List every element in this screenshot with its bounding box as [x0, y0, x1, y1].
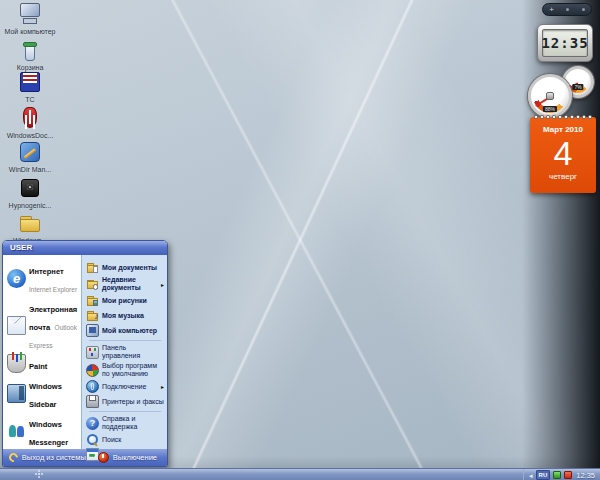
control-panel-icon [86, 346, 99, 359]
menu-item-label: Выбор программ по умолчанию [102, 362, 164, 378]
language-indicator[interactable]: RU [536, 470, 551, 480]
gauge-large: 88% [528, 74, 572, 118]
menu-item-connect-to[interactable]: Подключение ▸ [85, 379, 165, 394]
cpu-meter-gadget[interactable]: 7% 88% [526, 66, 596, 118]
folder-icon [18, 211, 42, 235]
outlook-express-icon [7, 316, 26, 335]
sidebar-control[interactable]: + [542, 3, 592, 16]
menu-item-title: Windows Messenger [29, 420, 68, 447]
submenu-arrow-icon: ▸ [161, 281, 164, 288]
my-computer-icon [86, 324, 99, 337]
menu-item-my-documents[interactable]: Мои документы [85, 260, 165, 275]
calendar-weekday: четверг [530, 172, 596, 181]
search-icon [86, 433, 99, 446]
sidebar-dot-icon [582, 8, 585, 11]
menu-item-label: Подключение [102, 383, 146, 391]
start-menu: USER Интернет Internet Explorer Электрон… [2, 240, 168, 467]
menu-item-label: Мои документы [102, 264, 157, 272]
gauge-hub [546, 92, 554, 100]
menu-item-label: Панель управления [102, 344, 164, 360]
menu-separator [89, 411, 161, 412]
gauge-large-value: 88% [543, 106, 557, 112]
connect-to-icon [86, 380, 99, 393]
menu-item-my-music[interactable]: ♪ Моя музыка [85, 308, 165, 323]
menu-item-windows-messenger[interactable]: Windows Messenger [6, 412, 79, 450]
desktop-icon-my-computer[interactable]: Мой компьютер [2, 2, 58, 36]
menu-item-help-support[interactable]: Справка и поддержка [85, 414, 165, 432]
log-off-icon [7, 451, 20, 464]
taskbar[interactable]: ◂ RU 12:35 [0, 468, 600, 480]
menu-separator [89, 340, 161, 341]
calendar-gadget[interactable]: Март 2010 4 четверг [530, 117, 596, 193]
paint-icon [7, 354, 26, 373]
my-computer-icon [18, 2, 42, 26]
tray-icon-antivirus[interactable] [553, 471, 561, 479]
desktop-icon-windir-manager[interactable]: WinDir Man... [2, 140, 58, 174]
menu-item-paint[interactable]: Paint [6, 353, 79, 374]
printer-icon [86, 395, 99, 408]
calendar-month: Март 2010 [530, 125, 596, 134]
shut-down-button[interactable]: Выключение [98, 452, 157, 463]
log-off-label: Выход из системы [22, 453, 86, 462]
black-device-icon [18, 176, 42, 200]
desktop-icon-label: WindowsDoc... [2, 132, 58, 140]
quick-launch-icon[interactable] [36, 471, 43, 478]
run-icon [86, 448, 99, 461]
taskbar-clock[interactable]: 12:35 [575, 471, 598, 480]
log-off-button[interactable]: Выход из системы [9, 453, 86, 462]
menu-item-title: Windows Sidebar [29, 382, 62, 409]
start-menu-footer: Выход из системы Выключение [3, 449, 167, 466]
power-icon [98, 452, 109, 463]
menu-item-printers-faxes[interactable]: Принтеры и факсы [85, 394, 165, 409]
menu-item-label: Справка и поддержка [102, 415, 164, 431]
desktop-icon-hypnogenic[interactable]: Hypnogenic... [2, 176, 58, 210]
start-menu-body: Интернет Internet Explorer Электронная п… [3, 255, 167, 449]
menu-item-control-panel[interactable]: Панель управления [85, 343, 165, 361]
menu-item-my-pictures[interactable]: Мои рисунки [85, 293, 165, 308]
red-shield-icon [18, 106, 42, 130]
desktop-icon-windows-doctor[interactable]: WindowsDoc... [2, 106, 58, 140]
my-music-icon: ♪ [86, 309, 99, 322]
default-programs-icon [86, 364, 99, 377]
desktop-icon-total-commander[interactable]: TC [2, 70, 58, 104]
menu-item-search[interactable]: Поиск [85, 432, 165, 447]
help-icon [86, 417, 99, 430]
system-tray: ◂ RU 12:35 [523, 469, 598, 480]
gauge-small-value: 7% [572, 84, 583, 90]
desktop-wallpaper: + 12:35 7% 88% Март 2010 4 четверг Мой к… [0, 0, 600, 480]
recent-documents-icon [86, 278, 99, 291]
menu-item-label: Поиск [102, 436, 121, 444]
desktop-icon-recycle-bin[interactable]: Корзина [2, 38, 58, 72]
wrench-tool-icon [18, 140, 42, 164]
desktop-icon-label: Мой компьютер [2, 28, 58, 36]
menu-item-internet[interactable]: Интернет Internet Explorer [6, 259, 79, 297]
menu-item-label: Моя музыка [102, 312, 144, 320]
menu-item-title: Интернет [29, 267, 64, 276]
menu-item-email[interactable]: Электронная почта Outlook Express [6, 297, 79, 353]
menu-item-my-computer[interactable]: Мой компьютер [85, 323, 165, 338]
shut-down-label: Выключение [113, 453, 157, 462]
menu-item-windows-sidebar[interactable]: Windows Sidebar [6, 374, 79, 412]
desktop-icon-label: TC [2, 96, 58, 104]
my-pictures-icon [86, 294, 99, 307]
menu-item-label: Мой компьютер [102, 327, 157, 335]
desktop-icon-label: WinDir Man... [2, 166, 58, 174]
sidebar-dot-icon [566, 8, 569, 11]
menu-item-subtitle: Internet Explorer [29, 286, 77, 293]
clock-display: 12:35 [542, 29, 588, 57]
calendar-spiral-binding [533, 114, 593, 120]
recycle-bin-icon [18, 38, 42, 62]
floppy-disk-icon [18, 70, 42, 94]
start-menu-places-column: Мои документы Недавние документы ▸ Мои р… [81, 255, 167, 449]
menu-item-default-programs[interactable]: Выбор программ по умолчанию [85, 361, 165, 379]
add-gadget-icon[interactable]: + [549, 6, 554, 14]
start-menu-user-banner: USER [3, 241, 167, 255]
menu-item-label: Недавние документы [102, 276, 158, 292]
menu-item-label: Мои рисунки [102, 297, 147, 305]
menu-item-recent-documents[interactable]: Недавние документы ▸ [85, 275, 165, 293]
my-documents-icon [86, 261, 99, 274]
desktop-icon-label: Hypnogenic... [2, 202, 58, 210]
clock-gadget[interactable]: 12:35 [537, 24, 593, 62]
tray-icon-app[interactable] [564, 471, 572, 479]
tray-chevron-icon[interactable]: ◂ [529, 472, 533, 479]
